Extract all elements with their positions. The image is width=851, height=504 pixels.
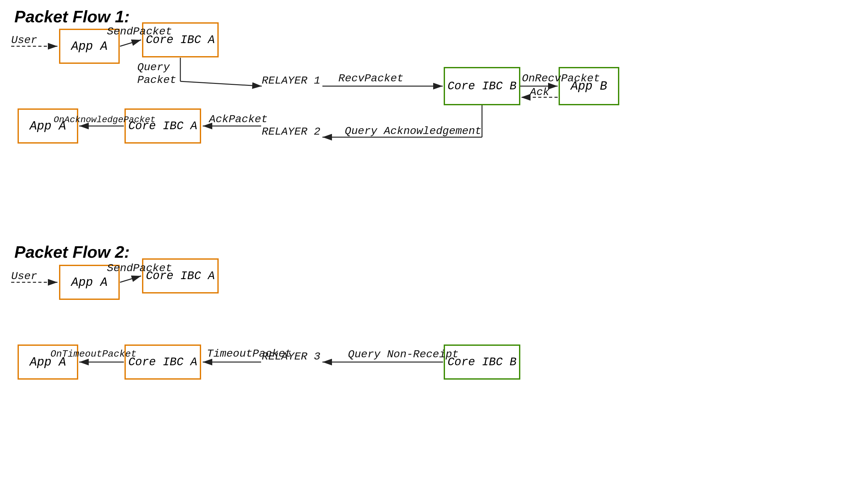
flow1-title: Packet Flow 1: [14, 7, 129, 26]
relayer1-label: RELAYER 1 [262, 75, 320, 87]
flow1-app-a: App A [59, 29, 120, 64]
flow1-core-ibc-a-top: Core IBC A [142, 22, 219, 57]
flow2-core-ibc-b: Core IBC B [444, 344, 520, 380]
app-a-to-core-ibc-a-arrow [120, 40, 141, 46]
ack-label: Ack [529, 86, 550, 98]
query-packet-label: Query [137, 61, 171, 73]
flow2-app-a-to-core-ibc-a-arrow [120, 276, 141, 282]
relayer3-label: RELAYER 3 [262, 350, 320, 363]
flow2-app-a-top: App A [59, 265, 120, 300]
flow2-core-ibc-a-top: Core IBC A [142, 258, 219, 293]
flow1-core-ibc-b: Core IBC B [444, 67, 520, 105]
user-label: User [11, 34, 37, 46]
query-packet-label2: Packet [137, 74, 176, 86]
query-to-relayer1-arrow [180, 82, 262, 86]
flow2-title: Packet Flow 2: [14, 242, 129, 262]
flow2-user-label: User [11, 270, 37, 282]
timeout-packet-label: TimeoutPacket [207, 348, 292, 360]
ack-packet-label: AckPacket [208, 113, 268, 125]
relayer2-label: RELAYER 2 [262, 126, 320, 138]
flow2-app-a-bottom: App A [18, 344, 78, 380]
query-ack-label: Query Acknowledgement [345, 125, 481, 137]
flow1-app-a-bottom: App A [18, 108, 78, 144]
flow1-app-b: App B [559, 67, 619, 105]
flow2-core-ibc-a-bottom: Core IBC A [124, 344, 201, 380]
flow1-core-ibc-a-bottom: Core IBC A [124, 108, 201, 144]
diagram: Packet Flow 1: Packet Flow 2: App A Core… [0, 0, 851, 504]
recv-packet-label: RecvPacket [338, 72, 403, 85]
query-non-receipt-label: Query Non-Receipt [348, 348, 459, 360]
